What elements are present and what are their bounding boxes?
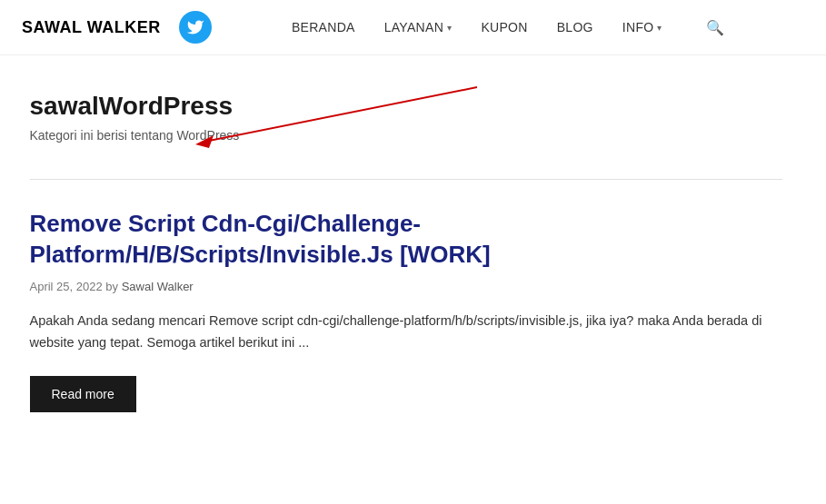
article-meta: April 25, 2022 by Sawal Walker	[30, 280, 782, 293]
search-icon[interactable]: 🔍	[706, 19, 724, 36]
nav-blog[interactable]: BLOG	[557, 20, 593, 35]
by-label: by	[105, 280, 121, 293]
article-title[interactable]: Remove Script Cdn-Cgi/Challenge-Platform…	[30, 209, 782, 271]
category-description: Kategori ini berisi tentang WordPress	[30, 128, 782, 143]
nav-layanan[interactable]: LAYANAN ▾	[384, 20, 453, 35]
read-more-button[interactable]: Read more	[30, 376, 136, 412]
chevron-down-icon: ▾	[657, 23, 662, 33]
nav-beranda[interactable]: BERANDA	[292, 20, 355, 35]
article-entry: Remove Script Cdn-Cgi/Challenge-Platform…	[30, 209, 782, 412]
nav-kupon[interactable]: KUPON	[481, 20, 527, 35]
site-header: SAWAL WALKER BERANDA LAYANAN ▾ KUPON BLO…	[0, 0, 826, 55]
article-excerpt: Apakah Anda sedang mencari Remove script…	[30, 310, 782, 354]
main-content: sawalWordPress Kategori ini berisi tenta…	[23, 55, 804, 449]
main-nav: BERANDA LAYANAN ▾ KUPON BLOG INFO ▾ 🔍	[212, 19, 804, 36]
site-logo[interactable]	[179, 11, 212, 44]
category-title: sawalWordPress	[30, 92, 782, 121]
nav-info[interactable]: INFO ▾	[622, 20, 662, 35]
chevron-down-icon: ▾	[447, 23, 452, 33]
article-date: April 25, 2022	[30, 280, 103, 293]
site-title[interactable]: SAWAL WALKER	[22, 18, 161, 37]
section-divider	[30, 179, 782, 180]
article-author[interactable]: Sawal Walker	[122, 280, 194, 293]
